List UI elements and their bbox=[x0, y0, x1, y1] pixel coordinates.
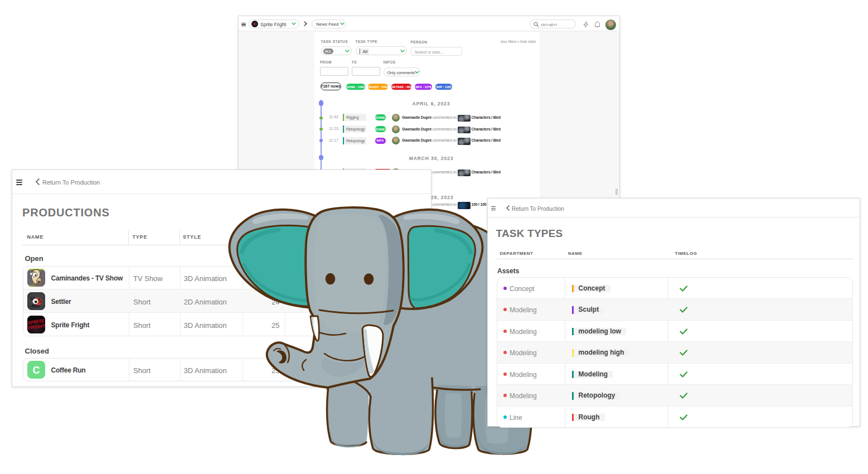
svg-text:C: C bbox=[32, 365, 40, 376]
